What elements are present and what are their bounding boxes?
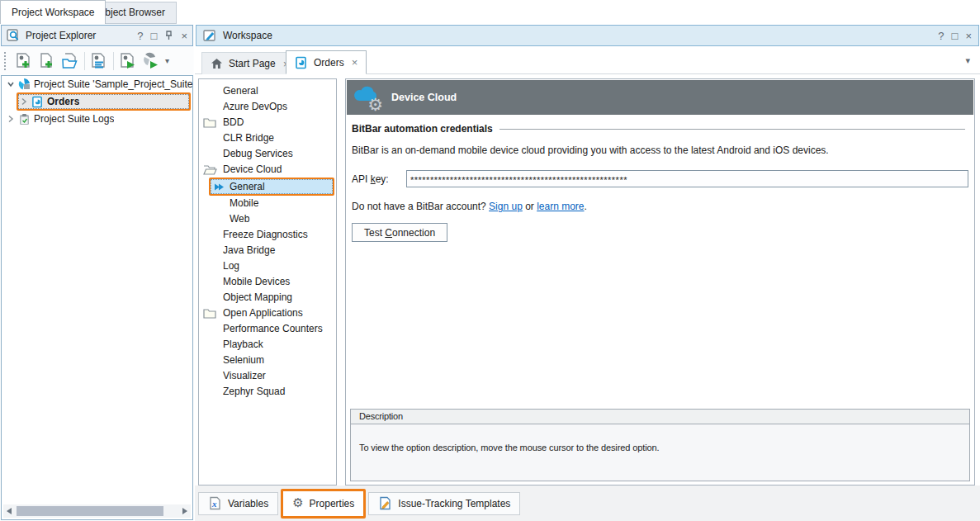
close-icon[interactable]: × <box>352 56 358 69</box>
category-item-label: Azure DevOps <box>223 101 287 112</box>
expander-icon[interactable] <box>5 115 17 123</box>
add-new-item-icon[interactable] <box>36 50 59 72</box>
category-item-label: Java Bridge <box>223 244 275 256</box>
close-icon[interactable]: × <box>181 31 187 41</box>
category-item-icon <box>214 182 225 192</box>
workspace-tabstrip: Start Page × Orders × ▾ <box>195 47 980 74</box>
category-item-performance-counters[interactable]: Performance Counters <box>199 321 336 337</box>
expander-icon[interactable] <box>5 80 17 88</box>
workspace-panel: Workspace ? □ × Start Page × Orders <box>195 24 980 521</box>
maximize-icon[interactable]: □ <box>952 31 959 41</box>
scrollbar-thumb[interactable] <box>17 506 163 516</box>
tree-item-orders[interactable]: Orders <box>17 92 191 111</box>
category-item-bdd[interactable]: BDD <box>199 115 336 130</box>
category-item-java-bridge[interactable]: Java Bridge <box>199 243 336 258</box>
category-item-mobile-devices[interactable]: Mobile Devices <box>199 274 336 290</box>
tab-start-page[interactable]: Start Page × <box>201 52 298 74</box>
tab-label: Start Page <box>229 58 276 69</box>
tree-item-icon <box>17 113 31 126</box>
category-item-label: Device Cloud <box>223 163 282 175</box>
help-icon[interactable]: ? <box>938 31 944 41</box>
api-key-input[interactable] <box>406 170 968 187</box>
category-item-label: General <box>223 85 258 97</box>
category-item-open-applications[interactable]: Open Applications <box>199 305 336 321</box>
category-item-object-mapping[interactable]: Object Mapping <box>199 290 336 305</box>
category-item-mobile[interactable]: Mobile <box>199 196 336 211</box>
category-item-label: Mobile Devices <box>223 276 290 287</box>
category-item-label: Web <box>230 213 249 225</box>
help-icon[interactable]: ? <box>137 31 143 41</box>
project-explorer-header: Project Explorer ? □ × <box>1 25 193 46</box>
category-item-label: General <box>230 181 265 192</box>
add-existing-item-icon[interactable] <box>59 50 82 72</box>
category-item-label: BDD <box>223 116 244 128</box>
category-item-playback[interactable]: Playback <box>199 337 336 353</box>
category-item-label: Freeze Diagnostics <box>223 229 308 240</box>
close-icon[interactable]: × <box>965 31 972 41</box>
toolbar-grip[interactable] <box>4 52 7 70</box>
tab-label: Issue-Tracking Templates <box>398 498 510 509</box>
project-tree: Project Suite 'Sample_Project_Suite' (1 … <box>1 75 193 520</box>
run-project-icon[interactable] <box>116 50 140 72</box>
expander-icon[interactable] <box>18 97 30 106</box>
category-item-freeze-diagnostics[interactable]: Freeze Diagnostics <box>199 227 336 243</box>
category-item-clr-bridge[interactable]: CLR Bridge <box>199 130 336 146</box>
tab-variables[interactable]: x Variables <box>198 492 278 515</box>
tree-item-icon <box>30 96 45 108</box>
category-item-debug-services[interactable]: Debug Services <box>199 146 336 162</box>
tab-label: Project Workspace <box>12 7 94 18</box>
maximize-icon[interactable]: □ <box>151 31 158 41</box>
tree-item-label: Orders <box>47 96 79 107</box>
description-box-title: Description <box>351 410 969 424</box>
learn-more-link[interactable]: learn more <box>537 201 584 212</box>
tab-project-workspace[interactable]: Project Workspace <box>0 0 106 24</box>
category-item-log[interactable]: Log <box>199 258 336 274</box>
project-document-icon <box>295 56 308 69</box>
tree-item-project-suite-logs[interactable]: Project Suite Logs <box>2 111 192 127</box>
horizontal-scrollbar[interactable] <box>3 504 191 518</box>
category-item-label: Debug Services <box>223 148 293 159</box>
section-title: BitBar automation credentials <box>352 123 493 135</box>
tab-label: Properties <box>310 498 355 509</box>
section-rule <box>499 129 965 130</box>
workspace-content: General Azure DevOps BDD CLR Bridge Debu… <box>195 75 980 485</box>
add-new-project-icon[interactable] <box>12 50 36 72</box>
category-item-label: Object Mapping <box>223 291 292 303</box>
category-item-web[interactable]: Web <box>199 211 336 227</box>
category-item-azure-devops[interactable]: Azure DevOps <box>199 99 336 115</box>
category-item-general[interactable]: General <box>199 83 336 99</box>
tab-properties[interactable]: ⚙ Properties <box>281 489 366 519</box>
tab-orders[interactable]: Orders × <box>286 50 367 74</box>
banner-title: Device Cloud <box>391 92 457 103</box>
project-explorer-icon <box>7 29 21 42</box>
description-box: Description To view the option descripti… <box>350 409 970 481</box>
tab-issue-tracking-templates[interactable]: Issue-Tracking Templates <box>368 492 520 515</box>
category-item-zephyr-squad[interactable]: Zephyr Squad <box>199 384 336 400</box>
tree-item-icon <box>17 78 31 91</box>
category-item-label: Mobile <box>230 197 258 209</box>
category-item-visualizer[interactable]: Visualizer <box>199 368 336 384</box>
panel-title: Project Explorer <box>26 30 96 41</box>
toolbar-dropdown-icon[interactable]: ▾ <box>165 56 169 65</box>
organize-items-icon[interactable] <box>88 50 111 72</box>
device-cloud-banner: ⚙ Device Cloud <box>347 80 973 115</box>
scroll-left-icon[interactable] <box>3 504 15 518</box>
project-explorer-toolbar: ▾ <box>1 47 193 74</box>
tree-item-project-suite-sample-project-s[interactable]: Project Suite 'Sample_Project_Suite' (1 … <box>2 76 192 92</box>
category-item-label: CLR Bridge <box>223 132 274 144</box>
scroll-right-icon[interactable] <box>179 504 191 518</box>
category-item-device-cloud[interactable]: Device Cloud <box>199 162 336 178</box>
top-tab-bar: Project Workspace Object Browser <box>0 0 980 24</box>
category-item-selenium[interactable]: Selenium <box>199 353 336 368</box>
run-project-suite-icon[interactable] <box>140 50 163 72</box>
pin-icon[interactable] <box>164 31 173 40</box>
category-item-general[interactable]: General <box>209 178 334 196</box>
panel-title: Workspace <box>223 30 272 41</box>
test-connection-button[interactable]: Test Connection <box>352 223 447 242</box>
bottom-tabstrip: x Variables ⚙ Properties Issue-Tracking … <box>195 485 980 521</box>
sign-up-link[interactable]: Sign up <box>489 201 523 212</box>
tab-list-dropdown-icon[interactable]: ▾ <box>965 55 970 66</box>
svg-text:x: x <box>211 499 217 509</box>
category-item-label: Visualizer <box>223 370 266 381</box>
intro-text: BitBar is an on-demand mobile device clo… <box>352 144 968 156</box>
